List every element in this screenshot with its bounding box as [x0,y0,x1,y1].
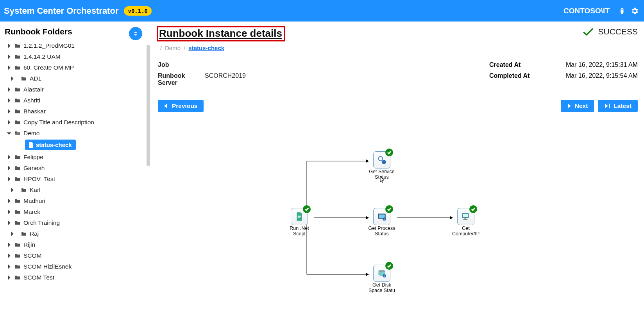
body: Runbook Folders 1.2.1.2_ProdMG011.4.14.2… [0,22,644,319]
tree-folder[interactable]: Alastair [4,84,138,95]
tree-folder[interactable]: Demo [4,128,138,139]
button-row: Previous Next Latest [158,100,638,118]
tree-folder[interactable]: 1.2.1.2_ProdMG01 [4,40,138,51]
folder-icon [14,54,21,59]
tree-label: Madhuri [23,197,45,204]
tree-folder[interactable]: Orch Training [4,217,138,228]
node-label: Get Service Status [367,169,397,180]
chevron-icon[interactable] [6,54,12,59]
tree-label: Orch Training [23,219,60,226]
tree-folder[interactable]: Bhaskar [4,106,138,117]
next-button[interactable]: Next [561,100,594,112]
breadcrumb-leaf[interactable]: status-check [188,45,224,51]
server-value: SCORCH2019 [205,72,489,86]
chevron-icon[interactable] [6,253,12,258]
tree-folder[interactable]: Rijin [4,239,138,250]
scrollbar[interactable] [147,45,150,166]
folder-icon [14,98,21,103]
chevron-icon[interactable] [6,166,12,170]
topbar-right: CONTOSO\IT [564,6,639,16]
previous-button[interactable]: Previous [158,100,204,112]
runbook-diagram: Run .Net Script i Get Service Status i G… [158,138,638,302]
tree-folder[interactable]: Ganesh [4,163,138,174]
tree-folder[interactable]: SCOM Test [4,272,138,283]
chevron-icon[interactable] [6,220,12,225]
folder-icon [14,87,21,92]
tree-folder[interactable]: Marek [4,206,138,217]
tree-label: Ganesh [23,165,45,172]
next-label: Next [575,102,588,109]
tree-folder[interactable]: 1.4.14.2 UAM [4,51,138,62]
check-icon [385,205,393,213]
folder-icon [20,231,27,237]
tree-folder[interactable]: 60. Create OM MP [4,62,138,73]
tree-label: SCOM HizliEsnek [23,263,72,270]
status-text: SUCCESS [598,27,638,36]
chevron-icon[interactable] [9,76,15,81]
tree-folder[interactable]: Raj [4,228,138,239]
version-badge: v0.1.0 [124,6,152,16]
breadcrumb-root[interactable]: Demo [165,45,181,51]
tree-folder[interactable]: Copy Title and Description [4,117,138,128]
folder-icon [20,76,27,81]
tree-folder[interactable]: SCOM [4,250,138,261]
folder-icon [14,264,21,269]
tree-folder[interactable]: Felippe [4,152,138,163]
tree-label: Rijin [23,241,35,248]
computer-icon [461,211,471,222]
chevron-icon[interactable] [9,188,15,192]
tree-label: 1.4.14.2 UAM [23,53,61,60]
node-label: Get Computer/IP [451,226,481,237]
chevron-icon[interactable] [6,98,12,103]
topbar-left: System Center Orchestrator v0.1.0 [4,6,152,16]
latest-button[interactable]: Latest [598,100,638,112]
chevron-icon[interactable] [9,231,15,236]
chevron-icon[interactable] [6,210,12,214]
tree-file-selected[interactable]: status-check [25,140,76,150]
folder-icon [14,242,21,247]
tree-label: Karl [30,186,41,194]
bug-icon[interactable] [617,6,627,16]
chevron-icon[interactable] [6,43,12,48]
chevron-icon[interactable] [6,177,12,181]
node-get-service-status[interactable]: i Get Service Status [367,151,397,180]
tree-folder[interactable]: HPOV_Test [4,174,138,185]
chevron-icon[interactable] [6,264,12,269]
chevron-icon[interactable] [6,199,12,203]
chevron-icon[interactable] [6,87,12,92]
tree-label: Demo [23,130,39,137]
node-label: Get Process Status [367,226,397,237]
folder-tree[interactable]: 1.2.1.2_ProdMG011.4.14.2 UAM60. Create O… [4,40,140,319]
chevron-icon[interactable] [6,120,12,125]
folder-icon [14,154,21,160]
tree-label: SCOM [23,252,42,259]
folder-icon [14,43,21,48]
status-badge: SUCCESS [582,27,638,36]
svg-point-12 [378,270,385,272]
node-run-net-script[interactable]: Run .Net Script [284,208,314,237]
tree-label: Ashriti [23,97,40,104]
chevron-icon[interactable] [6,155,12,160]
collapse-sidebar-button[interactable] [129,27,142,40]
tree-label: Felippe [23,154,43,161]
tree-folder[interactable]: Karl [4,185,138,195]
gear-icon[interactable] [630,6,639,16]
svg-rect-18 [463,219,468,220]
node-get-disk-space[interactable]: i Get Disk Space Statu [367,265,397,294]
chevron-icon[interactable] [6,132,12,135]
tree-folder[interactable]: Madhuri [4,195,138,206]
tree-folder[interactable]: AD1 [4,73,138,84]
chevron-icon[interactable] [6,65,12,70]
folder-icon [14,131,21,136]
chevron-icon[interactable] [6,109,12,114]
tree-folder[interactable]: Ashriti [4,95,138,106]
node-get-computer-ip[interactable]: Get Computer/IP [451,208,481,237]
node-get-process-status[interactable]: i Get Process Status [367,208,397,237]
tree-label: 60. Create OM MP [23,64,74,71]
disk-icon: i [377,268,387,278]
tree-folder[interactable]: SCOM HizliEsnek [4,261,138,272]
check-icon [469,205,477,213]
chevron-icon[interactable] [6,242,12,247]
arrow-right-icon [567,104,571,108]
chevron-icon[interactable] [6,275,12,280]
